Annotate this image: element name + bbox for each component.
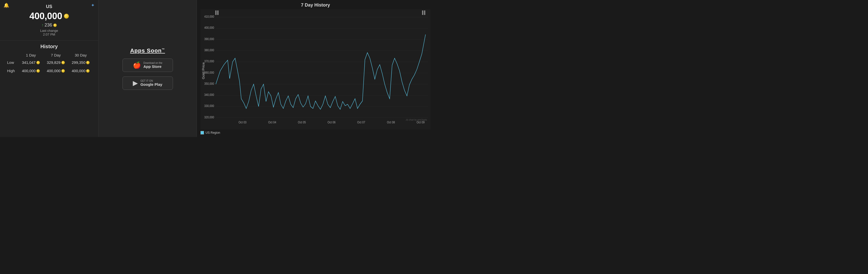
region-title: US xyxy=(46,4,52,9)
history-row-low: Low 341,047 329,829 xyxy=(5,58,93,67)
history-panel: History 1 Day 7 Day 30 Day Low 341,047 xyxy=(0,41,98,137)
svg-text:380,000: 380,000 xyxy=(204,48,214,52)
last-change-label: Last change xyxy=(40,29,58,33)
high-30day-val: 400,000 xyxy=(72,69,85,73)
svg-text:370,000: 370,000 xyxy=(204,60,214,63)
play-icon: ▶ xyxy=(133,79,138,87)
col-header-30day: 30 Day xyxy=(68,52,93,58)
svg-text:320,000: 320,000 xyxy=(204,115,214,119)
svg-text:Oct 04: Oct 04 xyxy=(268,121,276,124)
svg-text:340,000: 340,000 xyxy=(204,93,214,97)
googleplay-text: GET IT ON Google Play xyxy=(141,79,162,87)
bell-icon[interactable]: 🔔 xyxy=(3,2,9,8)
svg-text:Oct 06: Oct 06 xyxy=(328,121,336,124)
coin-icon-small xyxy=(53,24,57,27)
apps-soon-title: Apps Soon™ xyxy=(130,47,165,54)
svg-text:330,000: 330,000 xyxy=(204,104,214,108)
high-1day: 400,000 xyxy=(19,67,43,75)
high-7day: 400,000 xyxy=(43,67,68,75)
svg-rect-3 xyxy=(422,10,424,15)
high-30day: 400,000 xyxy=(68,67,93,75)
chart-svg: 410,000 400,000 390,000 380,000 370,000 … xyxy=(200,9,431,130)
appstore-sub: Download on the xyxy=(144,62,162,64)
googleplay-sub: GET IT ON xyxy=(141,79,153,82)
apps-panel: Apps Soon™ 🍎 Download on the App Store ▶… xyxy=(98,0,197,137)
coin-high-30day xyxy=(86,69,90,73)
history-table: 1 Day 7 Day 30 Day Low 341,047 xyxy=(5,52,93,75)
history-row-high: High 400,000 400,000 xyxy=(5,67,93,75)
last-change-time: 2:07 PM xyxy=(43,33,55,36)
col-header-label xyxy=(5,52,19,58)
high-1day-val: 400,000 xyxy=(22,69,36,73)
coin-high-1day xyxy=(36,69,40,73)
low-30day-val: 299,350 xyxy=(72,60,85,65)
svg-text:Oct 03: Oct 03 xyxy=(239,121,247,124)
col-header-7day: 7 Day xyxy=(43,52,68,58)
low-7day-val: 329,829 xyxy=(47,60,60,65)
svg-text:350,000: 350,000 xyxy=(204,82,214,85)
svg-text:Oct 08: Oct 08 xyxy=(387,121,395,124)
coin-low-30day xyxy=(86,61,90,64)
low-1day: 341,047 xyxy=(19,58,43,67)
spark-icon: ✦ xyxy=(91,2,95,8)
svg-text:360,000: 360,000 xyxy=(204,71,214,74)
apple-icon: 🍎 xyxy=(133,61,141,69)
chart-panel: 7 Day History 410,000 400,000 390,000 38… xyxy=(197,0,434,137)
history-title: History xyxy=(5,44,93,49)
appstore-text: Download on the App Store xyxy=(144,62,162,69)
svg-text:Oct 05: Oct 05 xyxy=(298,121,306,124)
svg-text:400,000: 400,000 xyxy=(204,26,214,30)
coin-high-7day xyxy=(61,69,65,73)
arrow-up-icon: ↑ xyxy=(41,23,43,28)
low-30day: 299,350 xyxy=(68,58,93,67)
svg-text:410,000: 410,000 xyxy=(204,15,214,19)
change-value: 236 xyxy=(44,23,52,28)
chart-container: 410,000 400,000 390,000 380,000 370,000 … xyxy=(200,9,431,130)
svg-rect-0 xyxy=(200,9,431,130)
svg-text:390,000: 390,000 xyxy=(204,37,214,41)
svg-rect-1 xyxy=(215,10,217,15)
googleplay-main: Google Play xyxy=(141,82,162,87)
chart-title: 7 Day History xyxy=(200,2,431,8)
chart-legend: US Region xyxy=(200,131,220,135)
appstore-button[interactable]: 🍎 Download on the App Store xyxy=(122,59,173,72)
svg-text:Oct 09: Oct 09 xyxy=(416,121,425,124)
svg-rect-4 xyxy=(424,10,426,15)
coin-low-1day xyxy=(36,61,40,64)
coin-icon xyxy=(64,13,69,19)
price-value: 400,000 xyxy=(29,11,62,22)
svg-rect-2 xyxy=(217,10,219,15)
legend-label: US Region xyxy=(206,131,220,135)
googleplay-button[interactable]: ▶ GET IT ON Google Play xyxy=(122,76,173,90)
svg-text:Gold Price: Gold Price xyxy=(202,62,205,79)
change-row: ↑ 236 xyxy=(41,23,57,28)
low-7day: 329,829 xyxy=(43,58,68,67)
high-7day-val: 400,000 xyxy=(47,69,60,73)
last-change-info: Last change 2:07 PM xyxy=(40,29,58,36)
row-label-low: Low xyxy=(5,58,19,67)
legend-color-box xyxy=(200,131,204,135)
col-header-1day: 1 Day xyxy=(19,52,43,58)
row-label-high: High xyxy=(5,67,19,75)
svg-text:JS chart by amCharts: JS chart by amCharts xyxy=(406,118,427,121)
top-card: 🔔 US ✦ 400,000 ↑ 236 Last change 2:07 PM xyxy=(0,0,98,41)
svg-text:Oct 07: Oct 07 xyxy=(357,121,365,124)
low-1day-val: 341,047 xyxy=(22,60,36,65)
coin-low-7day xyxy=(61,61,65,64)
price-display: 400,000 xyxy=(29,11,69,22)
appstore-main: App Store xyxy=(144,64,162,69)
